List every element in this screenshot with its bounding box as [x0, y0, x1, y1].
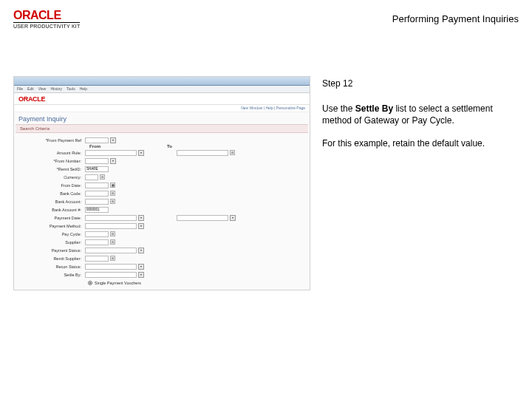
label-recon-status: Recon Status:: [20, 265, 83, 269]
lookup-icon[interactable]: ⊡: [100, 174, 105, 180]
step-label: Step 12: [322, 78, 519, 89]
crumb-bar: New Window | Help | Personalize Page: [14, 105, 310, 112]
input-payment-date-to[interactable]: [177, 215, 228, 221]
label-settle-by: Settle By:: [20, 273, 83, 277]
chevron-down-icon[interactable]: ▾: [138, 150, 144, 156]
input-remit-setid[interactable]: SHARE: [85, 166, 109, 172]
app-screenshot: File Edit View History Tools Help ORACLE…: [13, 76, 310, 290]
logo-block: ORACLE USER PRODUCTIVITY KIT: [13, 9, 80, 29]
input-currency[interactable]: [85, 174, 98, 180]
label-payment-method: Payment Method:: [20, 224, 83, 228]
label-from-number: *From Number:: [20, 159, 83, 163]
input-payment-date[interactable]: [85, 215, 137, 221]
input-payment-method[interactable]: [85, 223, 137, 229]
chevron-down-icon[interactable]: ▾: [138, 215, 144, 221]
menu-item[interactable]: Help: [80, 86, 87, 92]
section-search-criteria[interactable]: Search Criteria: [16, 124, 308, 133]
input-bank-account[interactable]: [85, 199, 109, 205]
page-title: Performing Payment Inquiries: [392, 9, 519, 24]
form-area: *From Payment Ref ▾ From To Amount Rule:…: [14, 133, 310, 290]
chevron-down-icon[interactable]: ▾: [230, 215, 236, 221]
lookup-icon[interactable]: ⊡: [110, 199, 115, 204]
input-remit-supplier[interactable]: [85, 256, 109, 262]
lookup-icon[interactable]: ⊡: [110, 231, 115, 236]
instruction-line-2: For this example, retain the default val…: [322, 137, 519, 149]
input-amount-rule[interactable]: [85, 150, 137, 156]
label-remit-supplier: Remit Supplier:: [20, 256, 83, 261]
instruction-line-1: Use the Settle By list to select a settl…: [322, 103, 519, 126]
menu-item[interactable]: File: [17, 86, 23, 92]
app-page-heading: Payment Inquiry: [14, 112, 310, 124]
label-amount-rule: Amount Rule:: [20, 151, 83, 155]
lookup-icon[interactable]: ⊡: [110, 239, 115, 245]
menu-item[interactable]: History: [50, 86, 62, 92]
label-bank-account: Bank Account:: [20, 200, 83, 204]
chevron-down-icon[interactable]: ▾: [138, 272, 144, 278]
lookup-icon[interactable]: ⊡: [230, 150, 235, 155]
chevron-down-icon[interactable]: ▾: [110, 158, 116, 164]
label-bank-acct-num: Bank Account #:: [20, 208, 83, 212]
col-to: To: [167, 144, 172, 149]
label-payment-date: Payment Date:: [20, 216, 83, 220]
label-remit-setid: *Remit SetID:: [20, 167, 83, 171]
label-payment-status: Payment Status:: [20, 248, 83, 253]
col-from: From: [89, 144, 100, 149]
lookup-icon[interactable]: ⊡: [110, 191, 115, 196]
input-to-amount[interactable]: [177, 150, 228, 156]
input-from-ref[interactable]: [85, 137, 109, 143]
chevron-down-icon[interactable]: ▾: [138, 223, 144, 229]
radio-single-payment[interactable]: [88, 281, 92, 285]
input-pay-cycle[interactable]: [85, 231, 109, 237]
input-supplier[interactable]: [85, 239, 109, 245]
slide-header: ORACLE USER PRODUCTIVITY KIT Performing …: [0, 0, 532, 32]
label-currency: Currency:: [20, 175, 83, 180]
app-titlebar: [14, 77, 310, 86]
calendar-icon[interactable]: ▦: [110, 183, 115, 188]
app-oracle-logo: ORACLE: [18, 95, 45, 103]
label-from-date: From Date:: [20, 183, 83, 188]
input-bank-code[interactable]: [85, 191, 109, 197]
menu-item[interactable]: View: [38, 86, 47, 92]
input-payment-status[interactable]: [85, 248, 137, 253]
menu-item[interactable]: Tools: [66, 86, 75, 92]
input-from-number[interactable]: [85, 158, 109, 164]
input-recon-status[interactable]: [85, 264, 137, 270]
app-menubar: File Edit View History Tools Help: [14, 86, 310, 93]
label-from-ref: *From Payment Ref: [20, 138, 83, 143]
chevron-down-icon[interactable]: ▾: [138, 264, 144, 270]
oracle-logo: ORACLE: [13, 9, 80, 22]
chevron-down-icon[interactable]: ▾: [110, 137, 116, 143]
upk-subtitle: USER PRODUCTIVITY KIT: [13, 22, 80, 29]
instructions-panel: Step 12 Use the Settle By list to select…: [322, 76, 519, 290]
radio-label: Single Payment Vouchers: [95, 281, 141, 285]
menu-item[interactable]: Edit: [27, 86, 34, 92]
input-bank-acct-num[interactable]: 0000001: [85, 207, 109, 213]
input-from-date[interactable]: [85, 183, 109, 188]
label-bank-code: Bank Code:: [20, 191, 83, 196]
input-settle-by[interactable]: [85, 272, 137, 278]
lookup-icon[interactable]: ⊡: [110, 256, 115, 261]
app-brandbar: ORACLE: [14, 93, 310, 105]
chevron-down-icon[interactable]: ▾: [138, 248, 144, 253]
label-supplier: Supplier:: [20, 240, 83, 245]
label-pay-cycle: Pay Cycle:: [20, 232, 83, 236]
main-area: File Edit View History Tools Help ORACLE…: [0, 32, 532, 290]
